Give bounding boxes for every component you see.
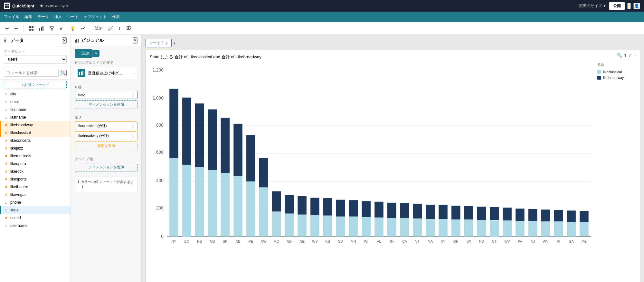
size-button[interactable]: 実際のサイズ ▼ bbox=[579, 3, 607, 9]
svg-text:SD: SD bbox=[338, 239, 343, 243]
svg-rect-5 bbox=[29, 26, 31, 28]
field-item-email[interactable]: □ email bbox=[0, 98, 71, 106]
add-text-button[interactable]: T bbox=[117, 24, 122, 32]
calc-field-button[interactable]: + 計算フィールド bbox=[4, 81, 67, 89]
svg-text:800: 800 bbox=[156, 123, 164, 128]
visual-type-item[interactable]: 垂直積み上げ棒グ... › bbox=[75, 67, 137, 79]
dataset-select[interactable]: users bbox=[4, 55, 67, 63]
value-field2-menu-icon: ⋮ bbox=[131, 134, 135, 138]
menu-insert[interactable]: 挿入 bbox=[54, 14, 62, 20]
add-sheet-button[interactable]: + bbox=[173, 40, 176, 46]
field-item-likeconcerts[interactable]: # likeconcerts bbox=[0, 137, 71, 144]
chart-icon-button[interactable] bbox=[38, 24, 45, 32]
search-input[interactable] bbox=[4, 69, 59, 77]
axis-field-menu-icon: ⋮ bbox=[131, 93, 135, 97]
field-item-likeopera[interactable]: # likeopera bbox=[0, 160, 71, 168]
svg-rect-11 bbox=[43, 26, 43, 31]
value-field-2[interactable]: likebroadway (合計) ⋮ bbox=[75, 131, 137, 140]
x-axis-field[interactable]: state ⋮ bbox=[75, 91, 137, 99]
menu-file[interactable]: ファイル bbox=[4, 14, 19, 20]
chart-more-button[interactable]: ⋮ bbox=[633, 53, 637, 58]
values-section: 値 2 likeclassical (合計) ⋮ likebroadway (合… bbox=[71, 113, 141, 154]
svg-text:NS: NS bbox=[197, 239, 202, 243]
field-label-userid: userid bbox=[10, 216, 21, 220]
dataset-section: データセット users bbox=[0, 46, 71, 66]
data-panel: データ ✕ データセット users 🔍 + 計算フィールド □ city □ bbox=[0, 35, 71, 282]
field-item-likemusicals[interactable]: # likemusicals bbox=[0, 152, 71, 160]
add-visual-button[interactable]: + 追加 bbox=[75, 49, 92, 58]
value-field-1[interactable]: likeclassical (合計) ⋮ bbox=[75, 122, 137, 130]
bar-nd2-broadway bbox=[477, 207, 486, 220]
bar-mo-classical bbox=[272, 212, 281, 237]
bar-al-classical bbox=[374, 218, 384, 237]
field-item-liketheatre[interactable]: # liketheatre bbox=[0, 183, 71, 191]
menu-sheet[interactable]: シート bbox=[67, 14, 79, 20]
insight-icon-button[interactable]: 💡 bbox=[69, 24, 77, 32]
chart-export-button[interactable]: ⬆ bbox=[623, 53, 627, 58]
field-item-username[interactable]: □ username bbox=[0, 222, 71, 229]
svg-text:RI: RI bbox=[557, 239, 560, 243]
svg-rect-8 bbox=[32, 29, 33, 31]
sheet-tab-1[interactable]: シート 1 ∨ bbox=[146, 39, 172, 47]
bar-sk-broadway bbox=[221, 118, 230, 173]
bar-wy-classical bbox=[310, 215, 319, 237]
menu-edit[interactable]: 編集 bbox=[24, 14, 32, 20]
field-label-likebroadway: likebroadway bbox=[10, 123, 33, 127]
hash-icon-likesports: # bbox=[4, 177, 8, 181]
help-icon[interactable]: ? bbox=[627, 3, 631, 9]
bar-ks-broadway bbox=[323, 198, 332, 216]
user-icon[interactable]: 👤 bbox=[633, 3, 640, 9]
svg-text:CA: CA bbox=[402, 239, 407, 243]
menu-object[interactable]: オブジェクト bbox=[84, 14, 107, 20]
field-item-likeclassical[interactable]: # likeclassical bbox=[0, 129, 71, 137]
visual-panel-close-button[interactable]: ✕ bbox=[133, 37, 137, 44]
analysis-name-section: users analysis bbox=[40, 4, 69, 8]
value-add[interactable]: 測定を追加 bbox=[75, 141, 137, 150]
field-item-likerock[interactable]: # likerock bbox=[0, 168, 71, 175]
svg-text:ND: ND bbox=[287, 239, 292, 243]
bar-ct-broadway bbox=[490, 207, 499, 220]
svg-text:IN: IN bbox=[390, 239, 393, 243]
bar-bc-classical bbox=[182, 165, 191, 237]
add-line-button[interactable]: 📈 bbox=[106, 24, 114, 32]
data-panel-close-button[interactable]: ✕ bbox=[62, 37, 67, 44]
filter-icon-button[interactable] bbox=[48, 24, 56, 32]
undo-button[interactable]: ↩ bbox=[4, 24, 10, 32]
field-item-likesports[interactable]: # likesports bbox=[0, 175, 71, 183]
field-item-firstname[interactable]: □ firstname bbox=[0, 106, 71, 113]
redo-button[interactable]: ↪ bbox=[13, 24, 19, 32]
add-image-button[interactable]: 🖼 bbox=[125, 24, 132, 32]
field-label-likerock: likerock bbox=[10, 169, 24, 174]
sort-icon-button[interactable] bbox=[58, 24, 66, 32]
chart-expand-button[interactable]: ⤢ bbox=[628, 53, 632, 58]
svg-text:WV: WV bbox=[504, 239, 510, 243]
data-icon-button[interactable] bbox=[27, 24, 35, 32]
field-item-phone[interactable]: □ phone bbox=[0, 199, 71, 206]
field-item-city[interactable]: □ city bbox=[0, 90, 71, 98]
bar-ga-classical bbox=[567, 222, 576, 237]
svg-rect-21 bbox=[79, 72, 80, 75]
group-add[interactable]: ディメンションを追加 bbox=[75, 163, 137, 171]
svg-text:WY: WY bbox=[543, 239, 548, 243]
add-visual-dropdown[interactable]: ▼ bbox=[92, 50, 99, 57]
bar-me-classical bbox=[580, 222, 589, 236]
chart2-icon-button[interactable] bbox=[79, 24, 87, 32]
svg-text:NW: NW bbox=[261, 239, 267, 243]
menu-search[interactable]: 検索 bbox=[112, 14, 120, 20]
field-item-likevegas[interactable]: # likevegas bbox=[0, 191, 71, 199]
group-label: グループ/色 bbox=[75, 157, 137, 161]
chart-toolbar: 🔍 ⬆ ⤢ ⋮ bbox=[617, 53, 637, 58]
field-item-state[interactable]: □ state bbox=[0, 206, 71, 214]
field-item-lastname[interactable]: □ lastname bbox=[0, 113, 71, 121]
x-axis-add[interactable]: ディメンションを追加 bbox=[75, 100, 137, 109]
bar-pa-classical bbox=[516, 221, 525, 237]
chart-zoom-button[interactable]: 🔍 bbox=[617, 53, 622, 58]
field-item-likejazz[interactable]: # likejazz bbox=[0, 144, 71, 152]
field-item-userid[interactable]: # userid bbox=[0, 214, 71, 222]
field-item-likebroadway[interactable]: # likebroadway bbox=[0, 121, 71, 129]
toolbar-divider-1 bbox=[23, 25, 24, 32]
menu-data[interactable]: データ bbox=[37, 14, 49, 20]
search-button[interactable]: 🔍 bbox=[60, 70, 67, 76]
text-icon-city: □ bbox=[4, 92, 8, 96]
publish-button[interactable]: 公開 bbox=[609, 2, 625, 10]
